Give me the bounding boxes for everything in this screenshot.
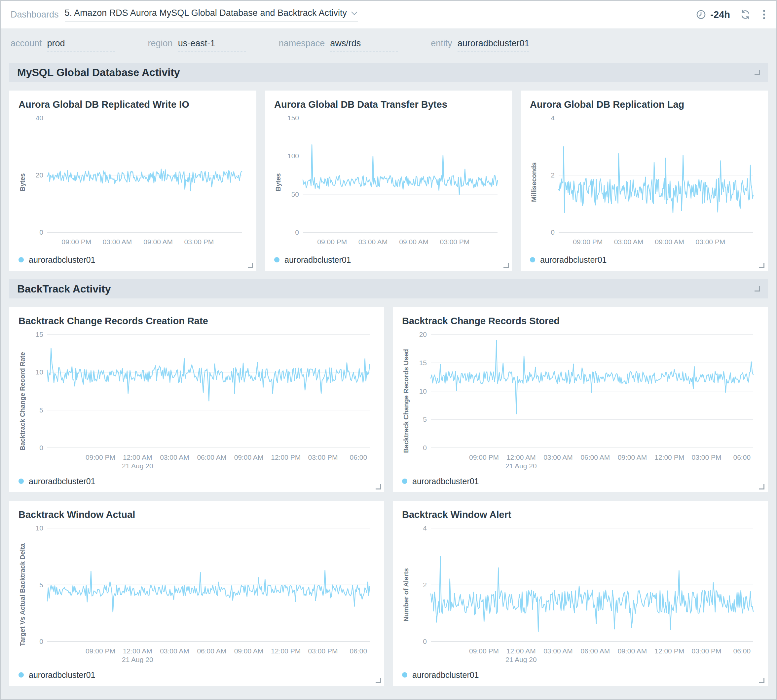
resize-handle-icon[interactable] xyxy=(759,484,764,490)
filter-value-input[interactable]: aws/rds xyxy=(330,38,398,52)
svg-text:4: 4 xyxy=(423,524,427,532)
svg-text:06:00 AM: 06:00 AM xyxy=(581,453,610,461)
section-resize-icon[interactable] xyxy=(755,70,760,75)
svg-text:2: 2 xyxy=(551,171,555,179)
svg-text:21 Aug 20: 21 Aug 20 xyxy=(506,656,537,663)
y-axis-label: Bytes xyxy=(274,173,283,191)
legend-dot xyxy=(18,672,24,678)
filter-value-input[interactable]: prod xyxy=(47,38,115,52)
svg-text:0: 0 xyxy=(551,228,555,236)
chart-card-window-actual: Backtrack Window Actual Target Vs Actual… xyxy=(9,501,384,686)
clock-icon[interactable] xyxy=(696,9,706,20)
svg-text:09:00 AM: 09:00 AM xyxy=(143,238,173,245)
resize-handle-icon[interactable] xyxy=(248,263,253,268)
line-chart[interactable]: 02409:00 PM03:00 AM09:00 AM03:00 PM xyxy=(539,113,759,251)
chart-title: Backtrack Window Alert xyxy=(402,509,759,520)
svg-text:09:00 PM: 09:00 PM xyxy=(86,453,115,461)
resize-handle-icon[interactable] xyxy=(759,678,764,683)
svg-text:20: 20 xyxy=(419,330,427,338)
filter-namespace: namespace aws/rds xyxy=(279,38,398,52)
svg-text:2: 2 xyxy=(423,581,427,588)
svg-text:06:00: 06:00 xyxy=(350,647,368,655)
svg-text:09:00 AM: 09:00 AM xyxy=(618,453,647,461)
chart-title: Backtrack Change Records Stored xyxy=(402,316,759,327)
svg-text:09:00 PM: 09:00 PM xyxy=(469,647,499,655)
legend-label: auroradbcluster01 xyxy=(29,255,95,265)
svg-text:12:00 PM: 12:00 PM xyxy=(271,453,301,461)
svg-text:09:00 PM: 09:00 PM xyxy=(317,238,347,245)
svg-text:06:00 AM: 06:00 AM xyxy=(197,647,226,655)
chart-title: Aurora Global DB Data Transfer Bytes xyxy=(274,99,503,110)
legend-label: auroradbcluster01 xyxy=(29,670,95,680)
svg-text:10: 10 xyxy=(36,368,43,376)
line-chart[interactable]: 02409:00 PM12:00 AM21 Aug 2003:00 AM06:0… xyxy=(412,523,759,666)
chart-legend: auroradbcluster01 xyxy=(274,254,503,265)
chart-legend: auroradbcluster01 xyxy=(402,669,759,680)
chart-title: Aurora Global DB Replicated Write IO xyxy=(18,99,247,110)
svg-text:12:00 AM: 12:00 AM xyxy=(123,453,152,461)
chart-card-records-stored: Backtrack Change Records Stored Backtrac… xyxy=(393,307,768,492)
chart-grid-row-1: Aurora Global DB Replicated Write IO Byt… xyxy=(9,90,768,271)
svg-text:10: 10 xyxy=(36,524,43,532)
svg-text:03:00 AM: 03:00 AM xyxy=(358,238,388,245)
chart-legend: auroradbcluster01 xyxy=(402,476,759,487)
filter-bar: account prod region us-east-1 namespace … xyxy=(1,28,776,54)
legend-dot xyxy=(402,672,407,678)
svg-text:09:00 AM: 09:00 AM xyxy=(618,647,647,655)
section-header-mysql-global[interactable]: MySQL Global Database Activity xyxy=(9,63,768,82)
resize-handle-icon[interactable] xyxy=(504,263,509,268)
svg-text:0: 0 xyxy=(423,444,427,452)
line-chart[interactable]: 0510152009:00 PM12:00 AM21 Aug 2003:00 A… xyxy=(412,330,759,472)
svg-text:12:00 PM: 12:00 PM xyxy=(654,647,684,655)
svg-text:06:00 AM: 06:00 AM xyxy=(581,647,610,655)
time-range[interactable]: -24h xyxy=(710,9,730,20)
filter-label: region xyxy=(148,38,173,48)
svg-text:03:00 AM: 03:00 AM xyxy=(614,238,644,245)
svg-text:06:00 AM: 06:00 AM xyxy=(197,453,226,461)
svg-text:03:00 PM: 03:00 PM xyxy=(308,647,338,655)
chevron-down-icon xyxy=(351,9,357,15)
line-chart[interactable]: 0204009:00 PM03:00 AM09:00 AM03:00 PM xyxy=(28,113,247,251)
chart-card-data-transfer-bytes: Aurora Global DB Data Transfer Bytes Byt… xyxy=(265,90,512,271)
chart-card-window-alert: Backtrack Window Alert Number of Alerts … xyxy=(393,501,768,686)
legend-dot xyxy=(530,257,535,262)
section-resize-icon[interactable] xyxy=(755,286,760,292)
y-axis-label: Number of Alerts xyxy=(402,568,410,622)
kebab-menu-icon[interactable] xyxy=(762,8,767,20)
dashboard-title-select[interactable]: 5. Amazon RDS Aurora MySQL Global Databa… xyxy=(65,8,358,22)
section-header-backtrack[interactable]: BackTrack Activity xyxy=(9,279,768,298)
svg-text:20: 20 xyxy=(36,171,43,179)
svg-text:06:00: 06:00 xyxy=(734,453,751,461)
svg-text:03:00 AM: 03:00 AM xyxy=(103,238,132,245)
svg-text:21 Aug 20: 21 Aug 20 xyxy=(122,656,153,663)
chart-card-replicated-write-io: Aurora Global DB Replicated Write IO Byt… xyxy=(9,90,256,271)
svg-text:03:00 PM: 03:00 PM xyxy=(184,238,214,245)
filter-label: account xyxy=(10,38,42,48)
svg-text:15: 15 xyxy=(36,330,43,338)
resize-handle-icon[interactable] xyxy=(376,484,381,490)
legend-dot xyxy=(274,257,280,262)
line-chart[interactable]: 05101509:00 PM12:00 AM21 Aug 2003:00 AM0… xyxy=(28,330,375,472)
y-axis-label: Target Vs Actual Backtrack Delta xyxy=(18,543,27,646)
y-axis-label: Backtrack Change Record Rate xyxy=(18,352,27,450)
svg-text:21 Aug 20: 21 Aug 20 xyxy=(122,462,153,470)
resize-handle-icon[interactable] xyxy=(376,678,381,683)
legend-dot xyxy=(18,257,24,262)
chart-legend: auroradbcluster01 xyxy=(530,254,759,265)
svg-text:12:00 PM: 12:00 PM xyxy=(271,647,301,655)
legend-label: auroradbcluster01 xyxy=(29,477,95,486)
chart-grid-row-2: Backtrack Change Records Creation Rate B… xyxy=(9,307,768,686)
legend-label: auroradbcluster01 xyxy=(285,255,351,265)
line-chart[interactable]: 051009:00 PM12:00 AM21 Aug 2003:00 AM06:… xyxy=(28,523,375,666)
resize-handle-icon[interactable] xyxy=(759,263,764,268)
filter-value-input[interactable]: us-east-1 xyxy=(178,38,246,52)
line-chart[interactable]: 05010015009:00 PM03:00 AM09:00 AM03:00 P… xyxy=(284,113,503,251)
filter-value-input[interactable]: auroradbcluster01 xyxy=(458,38,529,52)
chart-title: Backtrack Change Records Creation Rate xyxy=(18,316,375,327)
svg-text:0: 0 xyxy=(39,228,43,236)
svg-text:5: 5 xyxy=(39,581,43,588)
legend-dot xyxy=(402,478,407,484)
refresh-icon[interactable] xyxy=(740,9,750,20)
svg-text:150: 150 xyxy=(288,114,299,122)
breadcrumb[interactable]: Dashboards xyxy=(10,10,59,20)
